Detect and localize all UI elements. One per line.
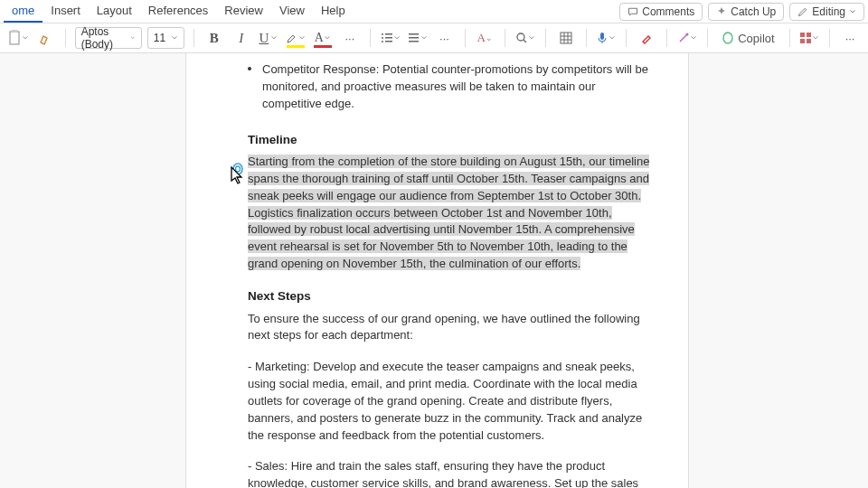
editing-label: Editing <box>812 5 845 18</box>
highlighter-icon <box>286 32 298 44</box>
bold-button[interactable]: B <box>203 27 225 49</box>
clear-formatting-button[interactable]: A⌄ <box>474 27 495 49</box>
font-color-button[interactable]: A <box>312 27 334 49</box>
microphone-icon <box>596 32 609 44</box>
table-icon <box>560 32 572 44</box>
tab-view[interactable]: View <box>271 0 313 23</box>
separator <box>707 29 708 47</box>
chevron-down-icon <box>298 34 306 42</box>
chevron-down-icon <box>812 34 819 42</box>
document-body[interactable]: Competitor Response: Potential counter-p… <box>248 61 652 488</box>
svg-rect-18 <box>800 39 805 43</box>
paragraph-next-intro: To ensure the success of our grand openi… <box>248 311 652 345</box>
comments-label: Comments <box>642 5 694 18</box>
separator <box>829 29 830 47</box>
svg-rect-1 <box>12 30 17 33</box>
more-font-button[interactable]: ··· <box>339 27 361 49</box>
separator <box>789 29 790 47</box>
ink-button[interactable] <box>636 27 657 49</box>
highlight-color-button[interactable] <box>285 27 307 49</box>
sparkle-icon <box>716 6 727 17</box>
svg-rect-0 <box>10 32 19 44</box>
dictate-button[interactable] <box>595 27 617 49</box>
number-list-icon <box>408 32 420 44</box>
chevron-down-icon <box>420 34 428 42</box>
document-canvas[interactable]: Competitor Response: Potential counter-p… <box>0 53 868 488</box>
copilot-margin-icon[interactable] <box>231 162 245 176</box>
tab-home[interactable]: ome <box>4 0 42 23</box>
heading-timeline: Timeline <box>248 131 652 149</box>
paintbrush-icon <box>38 31 52 45</box>
paragraph-sales: - Sales: Hire and train the sales staff,… <box>248 458 652 488</box>
svg-rect-12 <box>561 33 571 43</box>
search-icon <box>515 32 528 44</box>
svg-rect-16 <box>800 33 805 37</box>
tab-references[interactable]: References <box>140 0 216 23</box>
chevron-down-icon <box>324 34 331 42</box>
separator <box>465 29 466 47</box>
menu-tabs: ome Insert Layout References Review View… <box>4 0 354 23</box>
separator <box>666 29 667 47</box>
comments-button[interactable]: Comments <box>619 3 703 21</box>
chevron-down-icon <box>690 34 697 42</box>
svg-rect-5 <box>385 37 392 39</box>
paste-button[interactable] <box>7 27 29 49</box>
svg-point-21 <box>236 166 241 172</box>
tab-insert[interactable]: Insert <box>42 0 89 23</box>
tab-review[interactable]: Review <box>216 0 271 23</box>
copilot-label: Copilot <box>738 32 774 45</box>
svg-point-4 <box>382 37 383 39</box>
menu-bar: ome Insert Layout References Review View… <box>0 0 868 23</box>
font-family-select[interactable]: Aptos (Body) <box>75 27 142 49</box>
svg-point-15 <box>723 33 732 43</box>
pen-icon <box>640 32 653 44</box>
separator <box>370 29 371 47</box>
svg-point-11 <box>517 33 524 41</box>
clipboard-icon <box>7 30 22 46</box>
bullets-button[interactable] <box>380 27 401 49</box>
find-button[interactable] <box>514 27 536 49</box>
chevron-down-icon <box>270 34 278 42</box>
chevron-down-icon <box>609 34 616 42</box>
svg-rect-7 <box>385 41 392 42</box>
heading-next-steps: Next Steps <box>248 287 652 305</box>
svg-point-14 <box>685 33 688 36</box>
svg-rect-10 <box>409 41 419 42</box>
wand-icon <box>677 32 690 44</box>
designer-button[interactable] <box>676 27 698 49</box>
italic-button[interactable]: I <box>231 27 252 49</box>
format-painter-button[interactable] <box>34 27 56 49</box>
separator <box>505 29 505 47</box>
separator <box>65 29 66 47</box>
addins-button[interactable] <box>798 27 820 49</box>
tab-layout[interactable]: Layout <box>89 0 140 23</box>
separator <box>193 29 194 47</box>
editing-mode-button[interactable]: Editing <box>789 3 864 21</box>
paragraph-marketing: - Marketing: Develop and execute the tea… <box>248 359 652 444</box>
bullet-dot-icon <box>248 67 251 70</box>
font-size-value: 11 <box>154 32 165 44</box>
more-paragraph-button[interactable]: ··· <box>434 27 456 49</box>
table-button[interactable] <box>555 27 577 49</box>
tab-help[interactable]: Help <box>313 0 354 23</box>
svg-point-2 <box>382 33 383 35</box>
underline-button[interactable]: U <box>258 27 279 49</box>
svg-rect-3 <box>385 33 392 35</box>
copilot-button[interactable]: Copilot <box>716 27 779 49</box>
catchup-label: Catch Up <box>731 5 776 18</box>
svg-point-6 <box>382 41 383 42</box>
numbering-button[interactable] <box>407 27 429 49</box>
more-commands-button[interactable]: ··· <box>839 27 861 49</box>
bullet-list-icon <box>381 32 393 44</box>
chevron-down-icon <box>130 34 136 42</box>
font-family-value: Aptos (Body) <box>81 25 126 51</box>
chevron-down-icon <box>393 34 401 42</box>
selected-text: Starting from the completion of the stor… <box>248 155 649 270</box>
svg-rect-8 <box>409 33 419 35</box>
chevron-down-icon <box>22 34 29 42</box>
svg-point-20 <box>233 164 242 174</box>
bullet-text: Competitor Response: Potential counter-p… <box>262 62 648 110</box>
chevron-down-icon <box>849 8 856 15</box>
catchup-button[interactable]: Catch Up <box>708 3 784 21</box>
font-size-select[interactable]: 11 <box>147 27 184 49</box>
